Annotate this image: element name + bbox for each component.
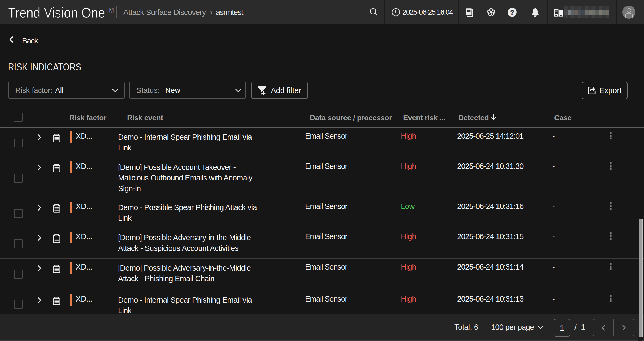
svg-text:?: ? (510, 9, 514, 16)
